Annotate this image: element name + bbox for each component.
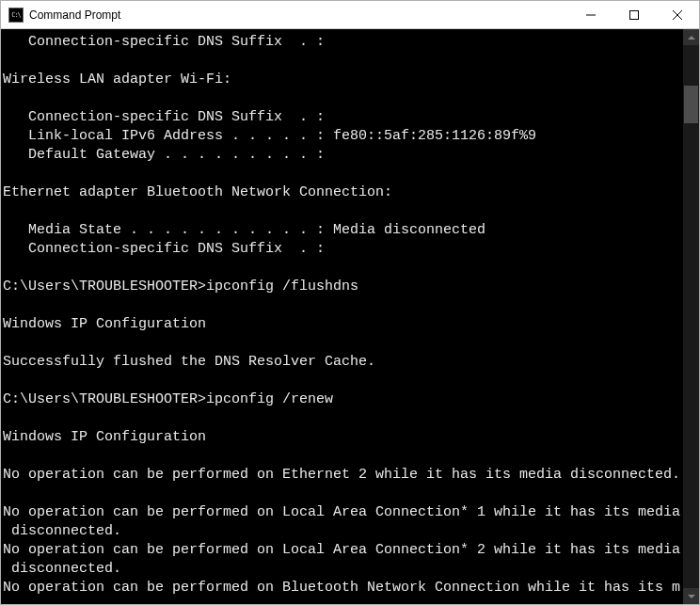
terminal-line [3,296,683,315]
maximize-button[interactable] [612,1,656,28]
terminal-line: Link-local IPv6 Address . . . . . : fe80… [3,127,683,146]
terminal-line [3,52,683,71]
scroll-up-button[interactable] [683,29,699,45]
terminal-line: Connection-specific DNS Suffix . : [3,240,683,259]
window-title: Command Prompt [29,8,569,22]
cmd-icon: C:\ [8,8,24,23]
window-controls [569,1,699,28]
terminal-line [3,409,683,428]
terminal-line [3,259,683,278]
cmd-window: C:\ Command Prompt Connection-specific D… [0,0,700,605]
terminal-line: C:\Users\TROUBLESHOOTER>ipconfig /flushd… [3,278,683,296]
terminal-line [3,202,683,221]
terminal-line [3,334,683,353]
terminal-output[interactable]: Connection-specific DNS Suffix . : Wirel… [1,29,683,604]
terminal-line [3,165,683,183]
terminal-line: No operation can be performed on Local A… [3,503,683,522]
titlebar[interactable]: C:\ Command Prompt [1,1,699,29]
terminal-area: Connection-specific DNS Suffix . : Wirel… [1,29,699,604]
terminal-line: disconnected. [3,522,683,541]
scrollbar[interactable] [683,29,699,604]
terminal-line: Successfully flushed the DNS Resolver Ca… [3,353,683,372]
terminal-line: No operation can be performed on Bluetoo… [3,579,683,597]
terminal-line: C:\Users\TROUBLESHOOTER>ipconfig /renew [3,390,683,409]
terminal-line: No operation can be performed on Local A… [3,541,683,560]
svg-marker-4 [688,36,695,40]
terminal-line: Connection-specific DNS Suffix . : [3,33,683,52]
svg-rect-1 [630,10,639,19]
terminal-line: Default Gateway . . . . . . . . . : [3,146,683,165]
terminal-line: Media State . . . . . . . . . . . : Medi… [3,221,683,240]
terminal-line [3,485,683,503]
terminal-line: No operation can be performed on Etherne… [3,466,683,485]
scroll-thumb[interactable] [684,86,698,123]
terminal-line: Ethernet adapter Bluetooth Network Conne… [3,183,683,202]
terminal-line [3,372,683,390]
minimize-button[interactable] [569,1,612,28]
terminal-line: Windows IP Configuration [3,315,683,334]
terminal-line: disconnected. [3,560,683,579]
terminal-line [3,447,683,466]
terminal-line [3,89,683,108]
close-button[interactable] [656,1,699,28]
terminal-line: Wireless LAN adapter Wi-Fi: [3,71,683,89]
scroll-down-button[interactable] [683,588,699,604]
svg-marker-5 [688,595,695,598]
terminal-line: Connection-specific DNS Suffix . : [3,108,683,127]
terminal-line: Windows IP Configuration [3,428,683,447]
